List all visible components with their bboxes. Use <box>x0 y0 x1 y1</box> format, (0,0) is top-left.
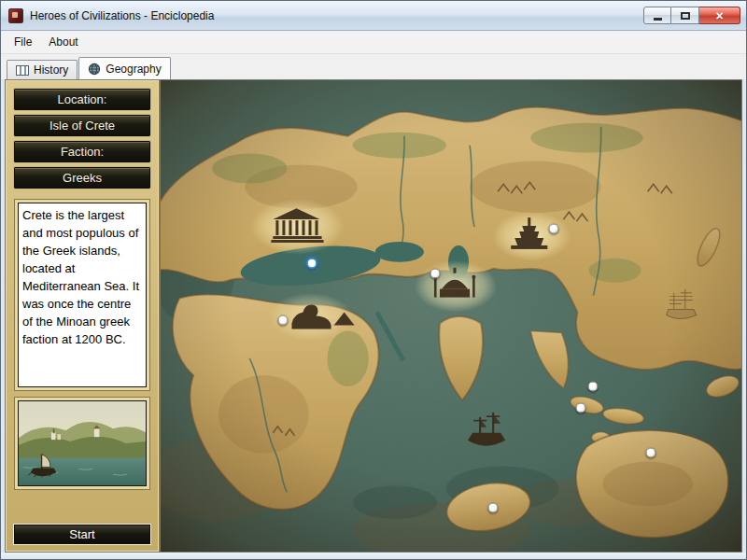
map-markers <box>161 80 741 552</box>
window-controls: × <box>643 7 740 24</box>
app-window: Heroes of Civilizations - Enciclopedia ×… <box>0 0 747 560</box>
sidebar: Location: Isle of Crete Faction: Greeks … <box>6 80 161 552</box>
map-marker[interactable] <box>588 382 599 392</box>
faction-value: Greeks <box>14 167 150 189</box>
map-marker[interactable] <box>645 448 655 458</box>
map-marker[interactable] <box>575 402 585 413</box>
map-marker[interactable] <box>488 502 499 512</box>
faction-label: Faction: <box>14 141 150 162</box>
close-button[interactable]: × <box>699 7 740 24</box>
window-bottom-frame <box>1 553 746 559</box>
minimize-icon <box>654 18 662 21</box>
illustration-frame <box>14 397 150 490</box>
app-icon <box>8 8 23 23</box>
description-text: Crete is the largest and most populous o… <box>18 203 147 387</box>
globe-icon <box>88 63 101 76</box>
map-marker[interactable] <box>549 224 559 234</box>
tab-geography[interactable]: Geography <box>78 57 170 79</box>
titlebar: Heroes of Civilizations - Enciclopedia × <box>1 1 746 31</box>
close-icon: × <box>715 9 723 22</box>
client-area: Location: Isle of Crete Faction: Greeks … <box>5 79 742 553</box>
menu-file[interactable]: File <box>6 32 40 52</box>
description-frame: Crete is the largest and most populous o… <box>14 199 150 391</box>
tab-history[interactable]: History <box>7 60 78 79</box>
start-button[interactable]: Start <box>14 525 150 544</box>
map-marker[interactable] <box>277 315 288 325</box>
maximize-button[interactable] <box>671 7 699 24</box>
window-title: Heroes of Civilizations - Enciclopedia <box>30 9 214 22</box>
maximize-icon <box>681 12 690 20</box>
location-label: Location: <box>14 89 150 110</box>
minimize-button[interactable] <box>643 7 671 24</box>
tab-geography-label: Geography <box>106 63 161 76</box>
location-value: Isle of Crete <box>14 115 150 136</box>
world-map <box>161 80 741 552</box>
crete-illustration <box>18 400 147 486</box>
map-marker[interactable] <box>430 268 441 278</box>
history-icon <box>16 65 29 76</box>
menu-about[interactable]: About <box>40 32 86 52</box>
menubar: File About <box>1 31 746 54</box>
tabstrip: History Geography <box>1 54 746 79</box>
map-marker-selected[interactable] <box>306 257 318 269</box>
tab-history-label: History <box>34 63 68 77</box>
